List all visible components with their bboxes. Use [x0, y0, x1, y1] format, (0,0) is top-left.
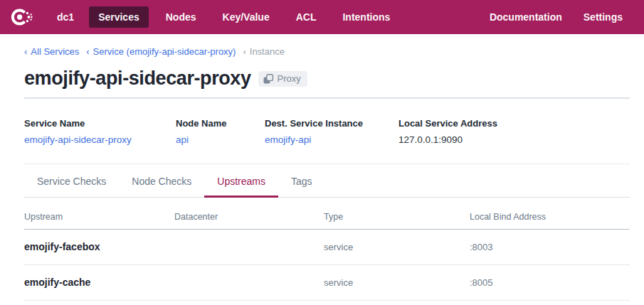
nav-item-services[interactable]: Services: [89, 6, 149, 28]
breadcrumb-label: All Services: [31, 46, 79, 57]
local-service-address-value: 127.0.0.1:9090: [398, 134, 497, 145]
top-nav: dc1 Services Nodes Key/Value ACL Intenti…: [0, 0, 644, 34]
cell-type: service: [324, 242, 470, 252]
table-header: Upstream Datacenter Type Local Bind Addr…: [24, 203, 630, 230]
field-local-service-address: Local Service Address 127.0.0.1:9090: [398, 118, 497, 145]
consul-logo-icon[interactable]: [10, 6, 33, 28]
field-label: Dest. Service Instance: [265, 118, 398, 129]
nav-item-nodes[interactable]: Nodes: [157, 6, 206, 28]
cell-type: service: [324, 277, 470, 288]
breadcrumb-all-services[interactable]: ‹All Services: [24, 46, 79, 57]
title-divider: [24, 97, 630, 99]
tab-service-checks[interactable]: Service Checks: [24, 164, 119, 198]
column-header-type: Type: [324, 212, 470, 222]
breadcrumb-label: Instance: [250, 46, 285, 57]
proxy-badge: Proxy: [258, 71, 307, 87]
tab-upstreams[interactable]: Upstreams: [204, 164, 278, 198]
breadcrumb-service[interactable]: ‹Service (emojify-api-sidecar-proxy): [86, 46, 236, 57]
breadcrumb-separator-icon: ‹: [24, 46, 27, 57]
cell-upstream: emojify-cache: [24, 277, 174, 288]
breadcrumb-separator-icon: ‹: [243, 46, 246, 57]
nav-item-documentation[interactable]: Documentation: [490, 6, 562, 28]
column-header-upstream: Upstream: [24, 212, 174, 222]
cell-upstream: emojify-facebox: [24, 241, 174, 252]
table-row: emojify-facebox service :8003: [24, 230, 630, 265]
breadcrumb-separator-icon: ‹: [86, 46, 89, 57]
breadcrumb: ‹All Services ‹Service (emojify-api-side…: [24, 46, 630, 57]
main-nav: dc1 Services Nodes Key/Value ACL Intenti…: [50, 6, 399, 28]
nav-item-intentions[interactable]: Intentions: [333, 6, 399, 28]
cell-local-bind-address: :8003: [470, 242, 630, 252]
nav-item-key-value[interactable]: Key/Value: [213, 6, 279, 28]
column-header-datacenter: Datacenter: [174, 212, 324, 222]
tab-tags[interactable]: Tags: [278, 164, 325, 198]
field-label: Local Service Address: [398, 118, 497, 129]
breadcrumb-label: Service (emojify-api-sidecar-proxy): [93, 46, 236, 57]
tab-node-checks[interactable]: Node Checks: [119, 164, 204, 198]
title-row: emojify-api-sidecar-proxy Proxy: [24, 68, 630, 90]
secondary-nav: Documentation Settings: [490, 6, 623, 28]
field-service-name: Service Name emojify-api-sidecar-proxy: [24, 118, 176, 145]
service-details: Service Name emojify-api-sidecar-proxy N…: [24, 118, 630, 145]
nav-item-settings[interactable]: Settings: [584, 6, 623, 28]
field-node-name: Node Name api: [176, 118, 265, 145]
service-name-link[interactable]: emojify-api-sidecar-proxy: [24, 134, 132, 145]
main-content: ‹All Services ‹Service (emojify-api-side…: [0, 46, 644, 301]
page-title: emojify-api-sidecar-proxy: [24, 68, 251, 90]
table-row: emojify-cache service :8005: [24, 265, 630, 301]
cell-local-bind-address: :8005: [470, 277, 630, 288]
nav-item-acl[interactable]: ACL: [287, 6, 326, 28]
layered-squares-icon: [263, 73, 274, 85]
nav-datacenter[interactable]: dc1: [50, 6, 81, 28]
field-label: Node Name: [176, 118, 265, 129]
node-name-link[interactable]: api: [176, 134, 189, 145]
column-header-local-bind-address: Local Bind Address: [470, 212, 630, 222]
field-dest-service-instance: Dest. Service Instance emojify-api: [265, 118, 398, 145]
breadcrumb-instance: ‹Instance: [243, 46, 285, 57]
field-label: Service Name: [24, 118, 176, 129]
dest-service-instance-link[interactable]: emojify-api: [265, 134, 311, 145]
proxy-badge-label: Proxy: [278, 73, 301, 84]
tab-bar: Service Checks Node Checks Upstreams Tag…: [24, 164, 630, 198]
